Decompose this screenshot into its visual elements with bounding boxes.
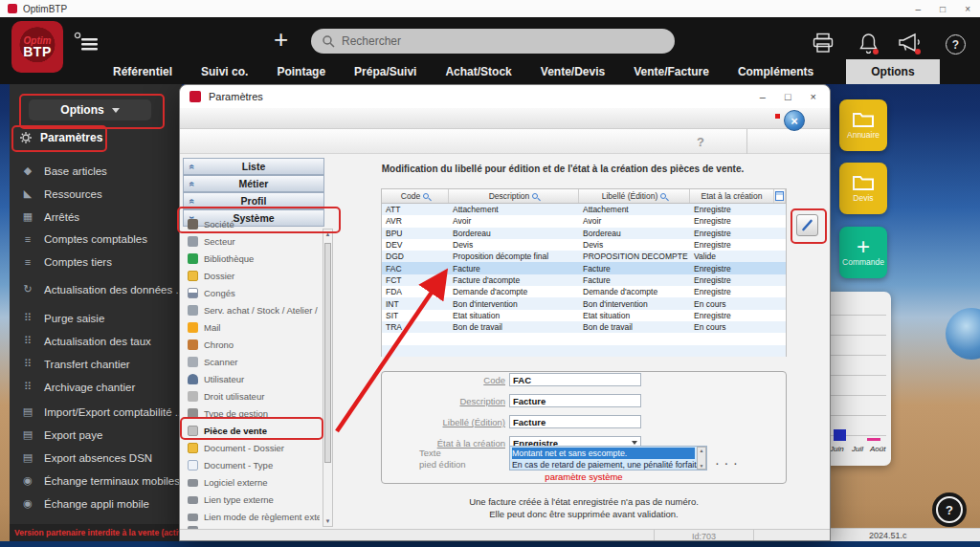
sidebar-item-echange-terminaux[interactable]: ◉Échange terminaux mobiles [21, 474, 172, 487]
sidebar-item-echange-appli[interactable]: ◉Échange appli mobile [21, 497, 172, 510]
tab-referentiel[interactable]: Référentiel [113, 65, 172, 78]
tab-suivi-co[interactable]: Suivi co. [201, 65, 248, 78]
tree-item-societe[interactable]: Société [188, 219, 320, 230]
dialog-help-icon[interactable]: ? [697, 135, 704, 149]
tree-item-droit-utilisateur[interactable]: Droit utilisateur [188, 391, 320, 402]
sidebar-item-actualisation-donnees[interactable]: ↻Actualisation des données ...› [21, 283, 172, 295]
tab-prepa-suivi[interactable]: Prépa/Suivi [354, 65, 416, 78]
sidebar-item-parametres[interactable]: Paramètres [19, 131, 102, 144]
notifications-bell-icon[interactable] [858, 33, 880, 57]
sidebar-item-base-articles[interactable]: ◆Base articles [21, 164, 172, 177]
column-picker-icon[interactable] [774, 189, 786, 203]
sidebar-item-export-absences-dsn[interactable]: ▤Export absences DSN [21, 451, 172, 464]
scroll-thumb[interactable] [324, 243, 331, 463]
table-row[interactable]: SITEtat situationEtat situationEnregistr… [382, 310, 786, 321]
search-icon[interactable] [423, 193, 429, 199]
search-icon[interactable] [660, 193, 666, 199]
sidebar-item-ressources[interactable]: ◣Ressources [21, 187, 172, 200]
tree-section-liste[interactable]: «Liste [183, 158, 324, 175]
announcements-megaphone-icon[interactable] [896, 31, 923, 57]
description-field[interactable]: Facture [509, 394, 641, 407]
tree-item-lien-mode-reglement[interactable]: Lien mode de règlement externe [188, 512, 320, 522]
tree-section-metier[interactable]: «Métier [183, 175, 324, 192]
sidebar-item-import-export-compta[interactable]: ▤Import/Export comptabilité ...› [21, 405, 172, 418]
sidebar-item-transfert-chantier[interactable]: ⠿Transfert chantier [21, 358, 172, 370]
options-dropdown[interactable]: Options [29, 99, 151, 120]
sidebar-item-purge-saisie[interactable]: ⠿Purge saisie [21, 312, 172, 324]
sidebar-item-archivage-chantier[interactable]: ⠿Archivage chantier [21, 381, 172, 393]
tab-achat-stock[interactable]: Achat/Stock [445, 65, 511, 78]
tree-item-type-de-gestion[interactable]: Type de gestion [188, 408, 320, 419]
libelle-field[interactable]: Facture [509, 415, 641, 428]
minimize-button[interactable]: – [916, 4, 922, 14]
refresh-icon: ↻ [21, 283, 34, 295]
table-row[interactable]: DGDProposition décompte finalPROPOSITION… [382, 251, 786, 262]
tree-item-mail[interactable]: Mail [188, 322, 320, 333]
dialog-minimize-button[interactable]: – [760, 91, 766, 102]
table-row[interactable]: DEVDevisDevisEnregistre [382, 239, 786, 251]
maximize-button[interactable]: □ [940, 4, 946, 14]
dialog-titlebar[interactable]: Paramètres – □ × [180, 85, 830, 108]
help-icon[interactable]: ? [946, 34, 966, 55]
tab-options-active[interactable]: Options [846, 59, 939, 84]
tab-complements[interactable]: Compléments [738, 65, 813, 78]
table-row[interactable]: TRABon de travailBon de travailEn cours [382, 321, 786, 333]
tree-scrollbar[interactable]: ▲ ▼ [323, 229, 333, 527]
tree-item-piece-de-vente[interactable]: Pièce de vente [188, 426, 320, 436]
tile-commande[interactable]: + Commande [839, 227, 887, 278]
table-row[interactable]: FDADemande d'acompteDemande d'acompteEnr… [382, 286, 786, 297]
table-row[interactable]: FCTFacture d'acompteFactureEnregistre [382, 274, 786, 286]
tree-item-secteur[interactable]: Secteur [188, 236, 320, 247]
search-input[interactable]: Rechercher [311, 29, 675, 54]
main-menu-icon[interactable] [73, 31, 100, 57]
col-description[interactable]: Description [449, 189, 579, 203]
tree-item-document-dossier[interactable]: Document - Dossier [188, 443, 320, 453]
texte-pied-edition-field[interactable]: Montant net et sans escompte. En cas de … [509, 446, 707, 470]
dialog-close-round-button[interactable]: × [784, 110, 805, 131]
tile-annuaire[interactable]: Annuaire [839, 99, 887, 151]
col-code[interactable]: Code [382, 189, 449, 203]
tree-item-scanner[interactable]: Scanner [188, 357, 320, 367]
add-icon[interactable]: + [274, 25, 288, 55]
tree-item-logiciel-externe[interactable]: Logiciel externe [188, 477, 320, 488]
folder-icon [852, 111, 875, 128]
search-icon[interactable] [532, 193, 538, 199]
sidebar-item-export-paye[interactable]: ▤Export paye [21, 428, 172, 441]
table-row[interactable]: BPUBordereauBordereauEnregistre [382, 228, 786, 239]
tree-item-document-type[interactable]: Document - Type [188, 460, 320, 470]
col-libelle[interactable]: Libellé (Édition) [579, 189, 690, 203]
code-field[interactable]: FAC [509, 373, 641, 386]
printer-icon[interactable] [812, 33, 835, 57]
tree-item-serv-achat[interactable]: Serv. achat / Stock / Atelier / Parc [188, 305, 320, 316]
tree-item-conges[interactable]: Congés [188, 288, 320, 298]
table-row-selected[interactable]: FACFactureFactureEnregistre [382, 262, 786, 274]
tree-item-utilisateur[interactable]: Utilisateur [188, 374, 320, 384]
scroll-up-icon[interactable]: ▲ [323, 231, 332, 237]
tree-item-bibliotheque[interactable]: Bibliothèque [188, 253, 320, 264]
tab-vente-devis[interactable]: Vente/Devis [541, 65, 605, 78]
table-row[interactable]: INTBon d'interventionBon d'interventionE… [382, 297, 786, 309]
table-row[interactable]: AVRAvoirAvoirEnregistre [382, 215, 786, 227]
dialog-maximize-button[interactable]: □ [785, 91, 791, 102]
tree-section-profil[interactable]: «Profil [183, 192, 324, 209]
sidebar-item-arretes[interactable]: ▦Arrêtés [21, 210, 172, 223]
tab-vente-facture[interactable]: Vente/Facture [634, 65, 709, 78]
sidebar-item-actualisation-taux[interactable]: ⠿Actualisation des taux [21, 335, 172, 347]
more-button[interactable]: . . . [716, 456, 739, 467]
table-row[interactable]: ATTAttachementAttachementEnregistre [382, 204, 786, 215]
textarea-scrollbar[interactable]: ▲▼ [697, 447, 706, 470]
col-etat[interactable]: Etat à la création [690, 189, 774, 203]
description-label: Description [383, 396, 505, 406]
tree-item-chrono[interactable]: Chrono [188, 339, 320, 350]
tree-item-lien-type-externe[interactable]: Lien type externe [188, 494, 320, 505]
desktop-help-button[interactable]: ? [932, 492, 967, 527]
scroll-down-icon[interactable]: ▼ [323, 518, 332, 524]
sidebar-item-comptes-comptables[interactable]: ≡Comptes comptables [21, 233, 172, 245]
sidebar-item-comptes-tiers[interactable]: ≡Comptes tiers [21, 256, 172, 268]
tab-pointage[interactable]: Pointage [277, 65, 325, 78]
tree-item-dossier[interactable]: Dossier [188, 271, 320, 281]
tile-devis[interactable]: Devis [839, 163, 887, 214]
dialog-close-button[interactable]: × [811, 91, 816, 102]
edit-button[interactable] [796, 214, 818, 236]
close-button[interactable]: × [965, 4, 970, 14]
